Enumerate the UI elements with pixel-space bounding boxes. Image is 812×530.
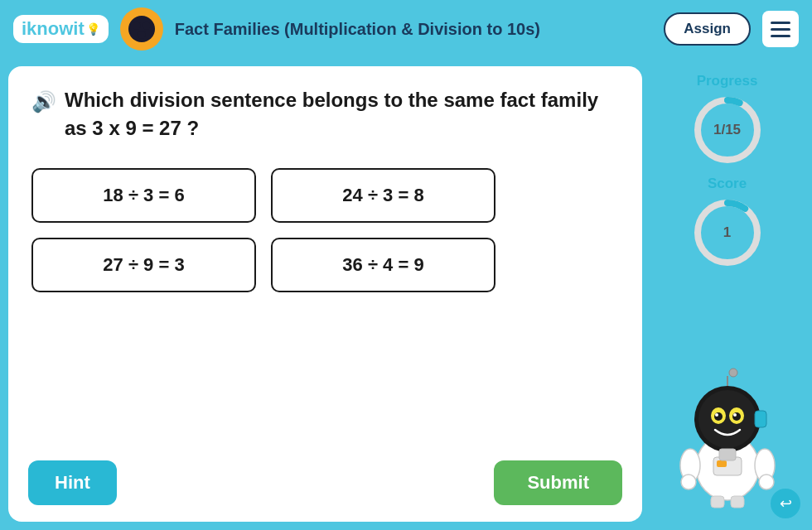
score-box: Score 1 <box>690 176 765 270</box>
svg-point-26 <box>729 369 737 377</box>
choice-b[interactable]: 24 ÷ 3 = 8 <box>271 168 495 223</box>
lesson-title: Fact Families (Multiplication & Division… <box>175 20 653 39</box>
main-area: 🔊 Which division sentence belongs to the… <box>0 58 812 530</box>
back-icon: ↩ <box>780 494 792 513</box>
svg-rect-10 <box>717 460 727 467</box>
choices-grid: 18 ÷ 3 = 6 24 ÷ 3 = 8 27 ÷ 9 = 3 36 ÷ 4 … <box>31 168 495 292</box>
choice-a[interactable]: 18 ÷ 3 = 6 <box>31 168 256 223</box>
topic-icon <box>120 7 163 51</box>
svg-point-18 <box>698 390 756 448</box>
app-header: iknowit 💡 Fact Families (Multiplication … <box>0 0 812 58</box>
menu-line-3 <box>771 35 790 37</box>
svg-point-1 <box>133 22 141 30</box>
svg-point-21 <box>714 412 723 421</box>
choice-c[interactable]: 27 ÷ 9 = 3 <box>31 238 256 292</box>
progress-circle: 1/15 <box>690 93 765 167</box>
question-text: 🔊 Which division sentence belongs to the… <box>31 86 619 142</box>
svg-rect-28 <box>719 449 736 460</box>
svg-point-13 <box>681 475 696 489</box>
menu-line-1 <box>771 22 790 24</box>
svg-rect-16 <box>731 496 744 508</box>
score-value: 1 <box>723 224 731 241</box>
svg-point-2 <box>143 22 151 30</box>
sound-icon[interactable]: 🔊 <box>31 88 56 116</box>
robot-mascot <box>665 278 790 515</box>
svg-point-24 <box>733 413 737 417</box>
sidebar: Progress 1/15 Score 1 <box>650 66 804 522</box>
choice-d[interactable]: 36 ÷ 4 = 9 <box>271 238 495 292</box>
question-panel: 🔊 Which division sentence belongs to the… <box>8 66 642 522</box>
menu-button[interactable] <box>762 11 799 47</box>
svg-rect-15 <box>711 496 724 508</box>
progress-value: 1/15 <box>713 122 741 138</box>
question-body: Which division sentence belongs to the s… <box>65 86 619 142</box>
svg-rect-27 <box>755 411 766 427</box>
logo-text: iknowit <box>22 20 85 38</box>
svg-point-22 <box>732 412 741 421</box>
svg-point-3 <box>138 31 146 39</box>
svg-point-23 <box>715 413 718 417</box>
assign-button[interactable]: Assign <box>664 12 751 46</box>
logo-bulb-icon: 💡 <box>86 22 100 36</box>
score-circle: 1 <box>690 195 765 270</box>
back-button[interactable]: ↩ <box>771 489 800 518</box>
logo: iknowit 💡 <box>13 15 109 43</box>
hint-button[interactable]: Hint <box>28 460 117 505</box>
bottom-bar: Hint Submit <box>28 460 622 505</box>
submit-button[interactable]: Submit <box>494 460 622 505</box>
score-label: Score <box>708 176 747 192</box>
progress-box: Progress 1/15 <box>690 73 765 167</box>
robot-svg <box>665 359 790 508</box>
menu-line-2 <box>771 28 790 31</box>
progress-label: Progress <box>697 73 758 89</box>
svg-point-14 <box>759 475 774 489</box>
